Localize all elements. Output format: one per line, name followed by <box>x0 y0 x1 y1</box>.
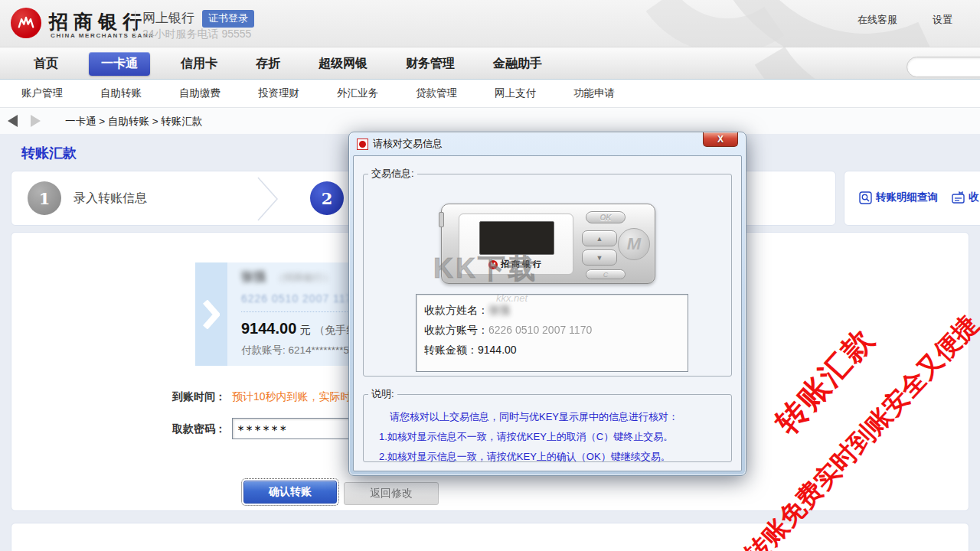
amount-label: 转账金额： <box>424 344 478 356</box>
settings-link[interactable]: 设置 <box>933 13 952 27</box>
subnav-self-transfer[interactable]: 自助转账 <box>100 86 142 100</box>
ukey-notch <box>439 212 444 227</box>
instructions-fieldset: 说明: 请您核对以上交易信息，同时与优KEY显示屏中的信息进行核对： 1.如核对… <box>363 387 732 462</box>
forward-arrow-icon[interactable] <box>31 115 41 127</box>
step-1-circle: 1 <box>28 181 61 215</box>
payee-account-masked: 6226 0510 2007 1170 <box>241 292 359 305</box>
ukey-up-button: ▲ <box>582 230 617 246</box>
bottom-panel <box>11 523 969 551</box>
cmb-logo-icon <box>11 8 41 38</box>
payer-account-line: 付款账号: 6214********5 <box>241 344 349 357</box>
breadcrumb: 一卡通 > 自助转账 > 转账汇款 <box>65 115 202 129</box>
tab-credit-card[interactable]: 信用卡 <box>173 52 225 76</box>
main-nav-tabs: 首页 一卡通 信用卡 存折 超级网银 财务管理 金融助手 <box>26 47 550 80</box>
subnav-function-apply[interactable]: 功能申请 <box>573 86 615 100</box>
transfer-detail-query-link[interactable]: 转账明细查询 <box>859 191 938 204</box>
chevron-right-icon <box>203 300 220 329</box>
ukey-down-button: ▼ <box>582 249 617 266</box>
tab-finance-mgmt[interactable]: 财务管理 <box>398 52 462 76</box>
withdraw-password-label: 取款密码： <box>171 422 226 436</box>
step-1-label: 录入转账信息 <box>74 191 147 207</box>
service-hotline: 24小时服务电话 95555 <box>142 28 251 41</box>
subnav-loan-mgmt[interactable]: 贷款管理 <box>416 86 457 100</box>
back-arrow-icon[interactable] <box>8 115 18 127</box>
summary-chevron-strip <box>195 262 227 366</box>
instructions-legend: 说明: <box>368 387 397 401</box>
payee-name-value: 张强 <box>488 304 510 316</box>
arrival-time-label: 到账时间： <box>171 390 226 404</box>
site-url-watermark: kkx.net <box>496 292 528 304</box>
dialog-payee-account-row: 收款方账号：6226 0510 2007 1170 <box>424 320 680 340</box>
tab-all-in-one-card[interactable]: 一卡通 <box>89 52 150 76</box>
instruction-line-1: 1.如核对显示信息不一致，请按优KEY上的取消（C）键终止交易。 <box>364 427 731 447</box>
payee-account-value: 6226 0510 2007 1170 <box>488 324 592 336</box>
site-watermark: KK下载 <box>433 250 537 288</box>
dialog-cmb-icon <box>357 139 368 150</box>
subnav-self-payment[interactable]: 自助缴费 <box>179 86 220 100</box>
main-nav: 首页 一卡通 信用卡 存折 超级网银 财务管理 金融助手 <box>0 47 980 80</box>
search-input[interactable] <box>906 57 980 77</box>
transfer-detail-query-label: 转账明细查询 <box>876 191 938 204</box>
subnav-account-mgmt[interactable]: 账户管理 <box>21 86 63 100</box>
payee-name-label: 收款方姓名： <box>424 304 488 316</box>
back-modify-button[interactable]: 返回修改 <box>344 482 439 505</box>
product-name: 网上银行 <box>142 9 194 27</box>
tab-finance-assistant[interactable]: 金融助手 <box>485 52 550 76</box>
dialog-body: 交易信息: M 招商银行 OK ▲ ▼ C M <box>353 155 742 471</box>
page: 招商银行 CHINA MERCHANTS BANK 网上银行 证书登录 24小时… <box>0 0 980 551</box>
transaction-info-legend: 交易信息: <box>368 167 417 181</box>
summary-payee-line: 张强 （招商银行） <box>241 269 333 285</box>
subnav-investment[interactable]: 投资理财 <box>258 86 299 100</box>
withdraw-password-input[interactable] <box>232 418 364 439</box>
tab-super-ebank[interactable]: 超级网银 <box>311 52 375 76</box>
amount-value: 9144.00 <box>478 344 517 356</box>
dialog-payee-name-row: 收款方姓名：张强 <box>424 300 680 320</box>
subnav-online-payment[interactable]: 网上支付 <box>495 86 536 100</box>
header-divider <box>135 11 136 37</box>
magnifier-icon <box>859 191 872 204</box>
payee-card-icon <box>952 191 965 204</box>
dialog-close-button[interactable]: X <box>703 132 738 147</box>
payee-account-label: 收款方账号： <box>424 324 488 336</box>
ukey-cancel-button: C <box>586 269 626 279</box>
confirm-transfer-button[interactable]: 确认转账 <box>243 481 337 504</box>
amount-unit: 元 <box>300 324 311 336</box>
cmb-m-glyph <box>16 13 36 33</box>
tab-passbook[interactable]: 存折 <box>248 52 288 76</box>
instruction-line-2: 2.如核对显示信息一致，请按优KEY上的确认（OK）键继续交易。 <box>364 447 731 467</box>
subnav-forex[interactable]: 外汇业务 <box>337 86 378 100</box>
transfer-amount: 9144.00 <box>241 320 296 337</box>
step-separator-chevron <box>257 177 280 221</box>
tab-home[interactable]: 首页 <box>26 52 66 76</box>
page-title: 转账汇款 <box>21 144 77 162</box>
verify-transaction-dialog: 请核对交易信息 X 交易信息: M 招商银行 OK ▲ <box>348 132 746 476</box>
cert-login-badge: 证书登录 <box>202 10 254 28</box>
arrival-time-note: 预计10秒内到账，实际时间 <box>232 390 362 404</box>
instruction-line-0: 请您核对以上交易信息，同时与优KEY显示屏中的信息进行核对： <box>364 401 731 427</box>
payee-name-masked: 张强 <box>241 270 266 283</box>
breadcrumb-bar: 一卡通 > 自助转账 > 转账汇款 <box>0 108 980 134</box>
payee-mgmt-link[interactable]: 收 <box>952 191 979 204</box>
sub-nav: 账户管理 自助转账 自助缴费 投资理财 外汇业务 贷款管理 网上支付 功能申请 <box>0 80 980 108</box>
transaction-detail-box: 收款方姓名：张强 收款方账号：6226 0510 2007 1170 转账金额：… <box>416 294 688 372</box>
bank-name-en: CHINA MERCHANTS BANK <box>51 32 155 39</box>
ukey-ok-button: OK <box>586 211 626 223</box>
dialog-title: 请核对交易信息 <box>373 137 443 151</box>
online-service-link[interactable]: 在线客服 <box>858 13 897 27</box>
step-2-circle: 2 <box>310 181 344 215</box>
header: 招商银行 CHINA MERCHANTS BANK 网上银行 证书登录 24小时… <box>0 0 980 47</box>
payee-bank-masked: （招商银行） <box>273 272 333 283</box>
bank-name-cn: 招商银行 <box>49 9 147 34</box>
dialog-amount-row: 转账金额：9144.00 <box>424 340 680 360</box>
transaction-info-fieldset: 交易信息: M 招商银行 OK ▲ ▼ C M <box>363 167 732 377</box>
payee-mgmt-label: 收 <box>969 191 979 204</box>
dialog-titlebar[interactable]: 请核对交易信息 <box>349 132 746 155</box>
ukey-m-emblem: M <box>618 228 650 260</box>
